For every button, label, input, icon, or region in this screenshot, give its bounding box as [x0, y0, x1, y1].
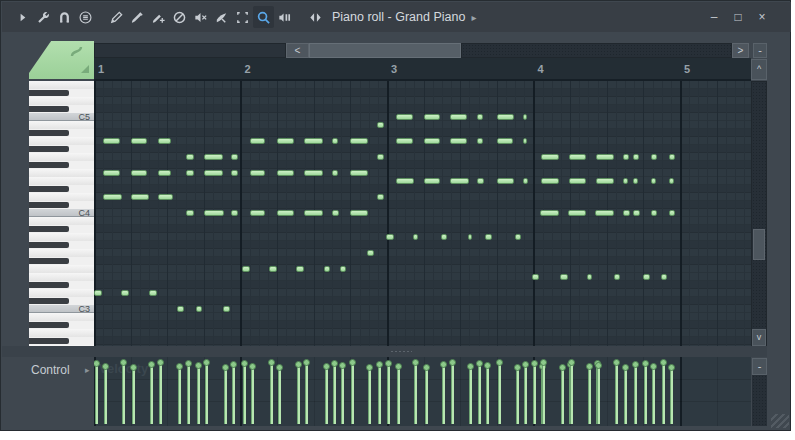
piano-key-black[interactable]	[29, 185, 94, 193]
velocity-bar[interactable]	[159, 362, 162, 424]
velocity-handle[interactable]	[496, 359, 503, 366]
velocity-handle[interactable]	[157, 359, 164, 366]
piano-key-black[interactable]	[29, 161, 94, 169]
velocity-handle[interactable]	[668, 364, 675, 371]
menu-icon[interactable]	[75, 6, 96, 28]
velocity-handle[interactable]	[230, 361, 237, 368]
playback-icon[interactable]	[274, 6, 295, 28]
velocity-bar[interactable]	[297, 364, 300, 424]
midi-note-A4[interactable]	[450, 138, 467, 144]
midi-note-C4[interactable]	[623, 210, 630, 216]
velocity-bar[interactable]	[425, 367, 428, 424]
velocity-bar[interactable]	[150, 364, 153, 424]
velocity-bar[interactable]	[122, 362, 125, 424]
vscroll-thumb[interactable]	[753, 229, 765, 260]
velocity-bar[interactable]	[278, 367, 281, 424]
velocity-handle[interactable]	[622, 364, 629, 371]
midi-note-G4[interactable]	[541, 154, 559, 160]
velocity-handle[interactable]	[423, 364, 430, 371]
velocity-bar[interactable]	[644, 363, 647, 424]
velocity-handle[interactable]	[540, 359, 547, 366]
magnet-icon[interactable]	[54, 6, 75, 28]
velocity-bar[interactable]	[368, 367, 371, 424]
paint-sequence-icon[interactable]	[148, 6, 169, 28]
vscroll-up-arrow[interactable]: ^	[751, 59, 767, 80]
midi-note-D3[interactable]	[121, 290, 129, 296]
hscroll-options-button[interactable]: -	[753, 43, 767, 58]
midi-note-A3[interactable]	[386, 234, 394, 240]
midi-note-F4[interactable]	[204, 170, 224, 176]
velocity-handle[interactable]	[586, 363, 593, 370]
piano-keyboard[interactable]: C5C4C3	[29, 81, 94, 346]
piano-key-white[interactable]	[29, 81, 94, 89]
velocity-handle[interactable]	[613, 359, 620, 366]
velocity-handle[interactable]	[249, 363, 256, 370]
midi-note-F4[interactable]	[250, 170, 265, 176]
hscroll-right-arrow[interactable]: >	[732, 43, 749, 58]
midi-note-E4[interactable]	[541, 178, 560, 184]
midi-note-E4[interactable]	[651, 178, 656, 184]
piano-key-black[interactable]	[29, 89, 94, 97]
midi-note-C4[interactable]	[633, 210, 640, 216]
midi-note-E4[interactable]	[523, 178, 528, 184]
midi-note-G4[interactable]	[623, 154, 629, 160]
velocity-bar[interactable]	[243, 363, 246, 424]
piano-key-white[interactable]	[29, 177, 94, 185]
midi-note-A3[interactable]	[441, 234, 447, 240]
control-lane-collapse-button[interactable]: -	[752, 358, 767, 375]
midi-note-A4[interactable]	[396, 138, 413, 144]
midi-note-C3[interactable]	[177, 306, 184, 312]
velocity-bar[interactable]	[561, 367, 564, 424]
midi-note-F4[interactable]	[277, 170, 294, 176]
midi-note-B4[interactable]	[377, 122, 384, 128]
select-icon[interactable]	[232, 6, 253, 28]
midi-note-A3[interactable]	[413, 234, 419, 240]
midi-note-C5[interactable]	[477, 114, 484, 120]
velocity-handle[interactable]	[195, 362, 202, 369]
velocity-handle[interactable]	[185, 360, 192, 367]
midi-note-F4[interactable]	[231, 170, 238, 176]
velocity-bar[interactable]	[533, 363, 536, 424]
velocity-bar[interactable]	[662, 362, 665, 424]
midi-note-A3[interactable]	[468, 234, 473, 240]
velocity-bar[interactable]	[478, 363, 481, 424]
piano-key-C5[interactable]: C5	[29, 113, 94, 121]
velocity-handle[interactable]	[522, 361, 529, 368]
velocity-bar[interactable]	[516, 367, 519, 424]
piano-key-white[interactable]	[29, 169, 94, 177]
vscroll-down-arrow[interactable]: v	[752, 329, 766, 346]
velocity-handle[interactable]	[476, 360, 483, 367]
piano-key-white[interactable]	[29, 193, 94, 201]
velocity-handle[interactable]	[467, 363, 474, 370]
midi-note-E3[interactable]	[587, 274, 593, 280]
velocity-bar[interactable]	[451, 362, 454, 424]
velocity-bar[interactable]	[542, 362, 545, 424]
midi-note-G4[interactable]	[669, 154, 675, 160]
hscroll-thumb[interactable]	[309, 43, 461, 58]
midi-note-G3[interactable]	[367, 250, 374, 256]
piano-key-black[interactable]	[29, 321, 94, 329]
midi-note-E4[interactable]	[450, 178, 469, 184]
midi-note-E4[interactable]	[633, 178, 638, 184]
velocity-bar[interactable]	[634, 364, 637, 424]
midi-note-C4[interactable]	[540, 210, 559, 216]
velocity-handle[interactable]	[268, 359, 275, 366]
midi-note-A4[interactable]	[158, 138, 171, 144]
piano-key-white[interactable]	[29, 273, 94, 281]
midi-note-A4[interactable]	[131, 138, 148, 144]
piano-key-white[interactable]	[29, 97, 94, 105]
midi-note-C5[interactable]	[450, 114, 467, 120]
mute-icon[interactable]	[190, 6, 211, 28]
velocity-bar[interactable]	[570, 362, 573, 424]
midi-note-A4[interactable]	[424, 138, 440, 144]
midi-note-C4[interactable]	[204, 210, 224, 216]
velocity-handle[interactable]	[203, 359, 210, 366]
velocity-handle[interactable]	[276, 364, 283, 371]
velocity-bar[interactable]	[251, 366, 254, 424]
midi-note-A4[interactable]	[477, 138, 483, 144]
velocity-handle[interactable]	[595, 362, 602, 369]
velocity-handle[interactable]	[376, 361, 383, 368]
velocity-bar[interactable]	[178, 366, 181, 424]
wrench-icon[interactable]	[33, 6, 54, 28]
midi-note-C4[interactable]	[186, 210, 195, 216]
